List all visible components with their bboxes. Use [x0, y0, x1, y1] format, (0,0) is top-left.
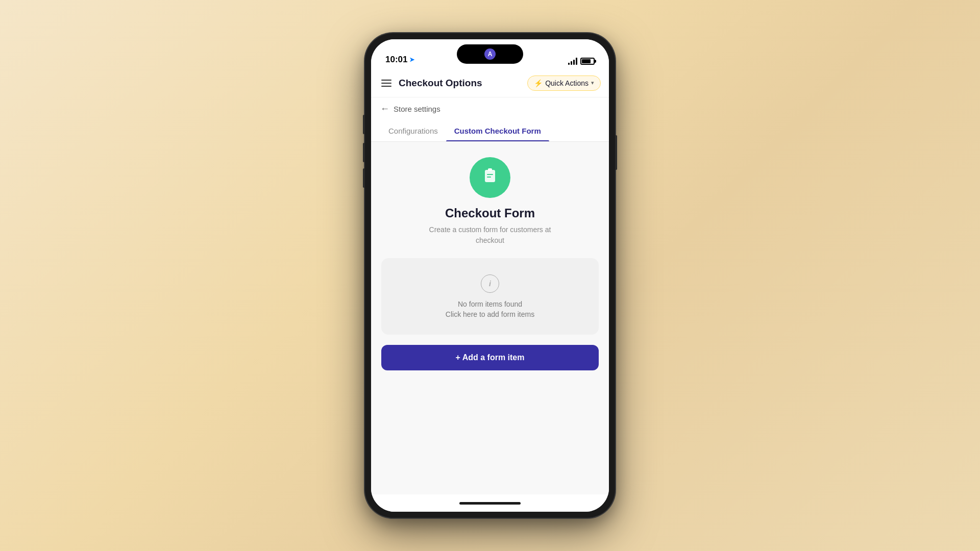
- add-form-item-button[interactable]: + Add a form item: [381, 345, 599, 370]
- back-nav-label: Store settings: [394, 105, 440, 113]
- form-icon-circle: [470, 157, 510, 198]
- tab-custom-checkout-form[interactable]: Custom Checkout Form: [446, 120, 549, 141]
- empty-secondary-text: Click here to add form items: [446, 310, 534, 318]
- home-indicator: [371, 494, 609, 512]
- page-background: 10:01 ➤: [365, 33, 615, 518]
- empty-primary-text: No form items found: [458, 300, 522, 308]
- tabs-bar: Configurations Custom Checkout Form: [371, 120, 609, 142]
- home-indicator-bar: [459, 502, 521, 505]
- status-right-icons: [568, 58, 595, 65]
- chevron-down-icon: ▾: [591, 80, 594, 86]
- clipboard-icon: [481, 167, 499, 185]
- location-arrow-icon: ➤: [409, 56, 414, 63]
- menu-line-2: [381, 83, 391, 84]
- svg-rect-0: [485, 170, 495, 182]
- tab-configurations[interactable]: Configurations: [380, 120, 446, 141]
- app-header: Checkout Options ⚡ Quick Actions ▾: [371, 69, 609, 97]
- empty-state-card: i No form items found Click here to add …: [381, 258, 599, 335]
- status-time: 10:01 ➤: [385, 55, 414, 65]
- dynamic-island: [457, 44, 523, 64]
- phone-screen: 10:01 ➤: [371, 39, 609, 512]
- tab-configurations-label: Configurations: [388, 127, 438, 135]
- tab-custom-checkout-form-label: Custom Checkout Form: [454, 127, 541, 135]
- back-arrow-icon: ←: [380, 104, 389, 114]
- app-logo: [484, 48, 496, 60]
- quick-actions-label: Quick Actions: [545, 79, 589, 87]
- battery-fill: [582, 59, 591, 63]
- signal-bar-1: [568, 63, 570, 65]
- header-title: Checkout Options: [399, 78, 527, 89]
- battery-icon: [580, 58, 595, 65]
- signal-icon: [568, 58, 577, 65]
- svg-rect-2: [487, 174, 493, 175]
- time-display: 10:01: [385, 55, 407, 65]
- lightning-icon: ⚡: [534, 79, 543, 87]
- quick-actions-button[interactable]: ⚡ Quick Actions ▾: [527, 76, 601, 91]
- phone-device: 10:01 ➤: [365, 33, 615, 518]
- form-header: Checkout Form Create a custom form for c…: [429, 157, 551, 246]
- main-content: Checkout Form Create a custom form for c…: [371, 142, 609, 494]
- form-icon: [481, 167, 499, 189]
- form-title: Checkout Form: [445, 206, 535, 220]
- menu-line-1: [381, 80, 391, 81]
- svg-rect-1: [488, 168, 492, 171]
- svg-rect-3: [487, 177, 491, 178]
- menu-button[interactable]: [379, 78, 394, 89]
- signal-bar-2: [571, 61, 572, 65]
- signal-bar-4: [576, 58, 577, 65]
- status-bar: 10:01 ➤: [371, 39, 609, 69]
- back-navigation[interactable]: ← Store settings: [371, 97, 609, 120]
- info-circle-icon: i: [481, 274, 499, 293]
- signal-bar-3: [573, 60, 575, 65]
- menu-line-3: [381, 86, 391, 87]
- form-subtitle: Create a custom form for customers at ch…: [429, 224, 551, 246]
- info-i-icon: i: [489, 280, 491, 288]
